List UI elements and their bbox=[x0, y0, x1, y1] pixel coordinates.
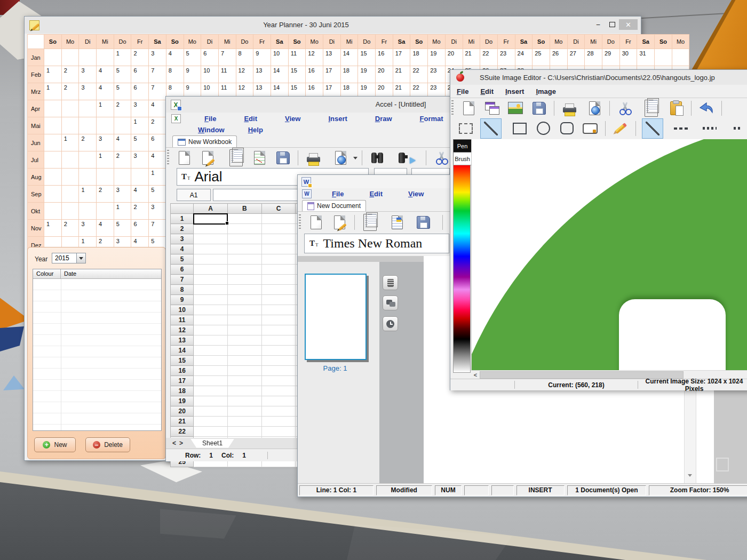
calendar-day-cell[interactable]: 6 bbox=[131, 220, 149, 237]
open-image-icon[interactable] bbox=[506, 100, 525, 117]
column-header-C[interactable]: C bbox=[261, 204, 296, 214]
grid-cell[interactable] bbox=[261, 265, 296, 275]
find-icon[interactable] bbox=[368, 149, 386, 166]
image-editor-titlebar[interactable]: SSuite Image Editor - C:\Users\Christian… bbox=[450, 70, 747, 85]
row-header-16[interactable]: 16 bbox=[171, 366, 194, 376]
calendar-day-cell[interactable]: 11 bbox=[288, 49, 306, 66]
calendar-day-cell[interactable]: 23 bbox=[428, 66, 446, 83]
grid-cell[interactable] bbox=[261, 376, 296, 386]
grid-cell[interactable] bbox=[261, 335, 296, 346]
grid-cell[interactable] bbox=[227, 244, 261, 254]
row-header-14[interactable]: 14 bbox=[171, 346, 194, 356]
edit-document-icon[interactable] bbox=[198, 149, 217, 166]
new-document-icon[interactable] bbox=[175, 149, 193, 166]
preview-dropdown-arrow[interactable] bbox=[353, 157, 357, 162]
calendar-day-cell[interactable]: 1 bbox=[79, 186, 97, 203]
grid-cell[interactable] bbox=[261, 234, 296, 244]
print-preview-icon[interactable] bbox=[585, 100, 603, 117]
grid-cell[interactable] bbox=[194, 427, 228, 437]
calendar-day-cell[interactable]: 6 bbox=[131, 66, 149, 83]
accel-menu-file[interactable]: File bbox=[204, 115, 216, 123]
calendar-day-cell[interactable]: 2 bbox=[149, 117, 166, 134]
toolbar-drag-handle[interactable] bbox=[167, 150, 169, 166]
calendar-day-cell[interactable] bbox=[44, 186, 62, 203]
clock-icon[interactable] bbox=[383, 316, 398, 331]
calendar-day-cell[interactable]: 2 bbox=[61, 66, 79, 83]
calendar-day-cell[interactable]: 4 bbox=[149, 151, 166, 169]
year-dropdown[interactable]: 2015 bbox=[52, 253, 86, 263]
calendar-day-cell[interactable]: 24 bbox=[515, 49, 533, 66]
image-editor-menu-edit[interactable]: Edit bbox=[480, 87, 494, 95]
calendar-day-cell[interactable] bbox=[79, 49, 97, 66]
calendar-day-cell[interactable] bbox=[44, 169, 62, 186]
calendar-day-cell[interactable]: 15 bbox=[358, 49, 376, 66]
grid-cell[interactable] bbox=[227, 427, 261, 437]
calendar-day-cell[interactable]: 9 bbox=[184, 66, 201, 83]
row-header-20[interactable]: 20 bbox=[171, 406, 194, 417]
row-header-18[interactable]: 18 bbox=[171, 386, 194, 396]
calendar-day-cell[interactable]: 16 bbox=[376, 49, 393, 66]
calendar-day-cell[interactable]: 18 bbox=[340, 66, 358, 83]
grid-cell[interactable] bbox=[261, 427, 296, 437]
wordgraph-menu-file[interactable]: File bbox=[332, 190, 344, 198]
calendar-day-cell[interactable]: 10 bbox=[271, 49, 288, 66]
calendar-day-cell[interactable]: 3 bbox=[131, 100, 149, 117]
grid-cell[interactable] bbox=[227, 224, 261, 234]
grid-cell[interactable] bbox=[194, 417, 228, 427]
calendar-day-cell[interactable] bbox=[61, 151, 79, 169]
grid-cell[interactable] bbox=[261, 254, 296, 265]
sheet-nav-next[interactable]: > bbox=[179, 439, 183, 447]
grid-cell[interactable] bbox=[261, 295, 296, 305]
grid-cell[interactable] bbox=[194, 275, 228, 285]
calendar-day-cell[interactable] bbox=[61, 203, 79, 220]
grid-cell[interactable] bbox=[194, 376, 228, 386]
grid-cell[interactable] bbox=[227, 325, 261, 335]
calendar-day-cell[interactable]: 22 bbox=[480, 49, 498, 66]
calendar-day-cell[interactable] bbox=[44, 117, 62, 134]
calendar-day-cell[interactable]: 25 bbox=[533, 49, 550, 66]
calendar-day-cell[interactable] bbox=[97, 169, 114, 186]
calendar-day-cell[interactable]: 4 bbox=[97, 66, 114, 83]
calendar-day-cell[interactable] bbox=[97, 117, 114, 134]
row-header-17[interactable]: 17 bbox=[171, 376, 194, 386]
accel-menu-view[interactable]: View bbox=[285, 115, 300, 123]
grid-cell[interactable] bbox=[227, 356, 261, 366]
grid-cell[interactable] bbox=[227, 386, 261, 396]
column-header-B[interactable]: B bbox=[227, 204, 261, 214]
calendar-day-cell[interactable] bbox=[61, 100, 79, 117]
grid-cell[interactable] bbox=[227, 214, 261, 224]
calendar-day-cell[interactable]: 13 bbox=[253, 66, 271, 83]
calendar-day-cell[interactable] bbox=[44, 100, 62, 117]
row-header-10[interactable]: 10 bbox=[171, 305, 194, 315]
label-tool-icon[interactable] bbox=[581, 120, 599, 137]
grid-cell[interactable] bbox=[261, 356, 296, 366]
styled-document-icon[interactable] bbox=[388, 214, 406, 231]
rectangle-tool-icon[interactable] bbox=[511, 120, 529, 137]
accel-menu-window[interactable]: Window bbox=[198, 126, 225, 134]
year-planner-titlebar[interactable]: Year Planner - 30 Juni 2015 – ✕ bbox=[25, 17, 641, 34]
grid-cell[interactable] bbox=[261, 315, 296, 325]
grid-cell[interactable] bbox=[261, 285, 296, 295]
scroll-down-icon[interactable] bbox=[688, 474, 692, 479]
toolbar-drag-handle[interactable] bbox=[451, 100, 454, 116]
grid-cell[interactable] bbox=[227, 406, 261, 417]
undo-icon[interactable] bbox=[697, 100, 716, 117]
find-next-icon[interactable] bbox=[396, 149, 415, 166]
calendar-day-cell[interactable]: 17 bbox=[323, 66, 341, 83]
line-style-dashed-icon[interactable] bbox=[672, 120, 690, 137]
copy-icon[interactable] bbox=[361, 214, 379, 231]
grid-cell[interactable] bbox=[261, 366, 296, 376]
calendar-day-cell[interactable] bbox=[97, 49, 114, 66]
calendar-day-cell[interactable]: 11 bbox=[218, 66, 236, 83]
calendar-day-cell[interactable]: 8 bbox=[166, 66, 184, 83]
calendar-day-cell[interactable]: 23 bbox=[497, 49, 515, 66]
line-tool-icon[interactable] bbox=[480, 118, 502, 139]
accel-menu-help[interactable]: Help bbox=[248, 126, 263, 134]
calendar-day-cell[interactable]: 27 bbox=[567, 49, 585, 66]
calendar-day-cell[interactable]: 1 bbox=[149, 169, 166, 186]
calendar-day-cell[interactable]: 4 bbox=[166, 49, 184, 66]
grid-cell[interactable] bbox=[261, 224, 296, 234]
ellipse-tool-icon[interactable] bbox=[534, 120, 552, 137]
calendar-day-cell[interactable]: 5 bbox=[114, 220, 131, 237]
grid-cell[interactable] bbox=[194, 325, 228, 335]
